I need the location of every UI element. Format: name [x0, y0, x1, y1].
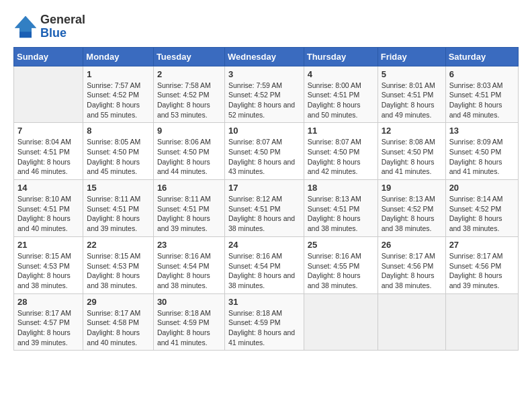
day-info: Sunrise: 7:58 AM Sunset: 4:52 PM Dayligh…: [157, 81, 221, 120]
sunset: Sunset: 4:51 PM: [449, 90, 515, 100]
day-cell: 20 Sunrise: 8:14 AM Sunset: 4:52 PM Dayl…: [445, 180, 518, 237]
day-info: Sunrise: 8:17 AM Sunset: 4:56 PM Dayligh…: [449, 251, 515, 291]
day-cell: 12 Sunrise: 8:08 AM Sunset: 4:50 PM Dayl…: [378, 123, 445, 180]
sunrise: Sunrise: 8:16 AM: [228, 251, 300, 261]
day-info: Sunrise: 8:10 AM Sunset: 4:51 PM Dayligh…: [17, 194, 79, 234]
sunset: Sunset: 4:59 PM: [157, 318, 221, 328]
day-cell: 26 Sunrise: 8:17 AM Sunset: 4:56 PM Dayl…: [378, 236, 445, 293]
day-number: 10: [228, 126, 300, 136]
daylight: Daylight: 8 hours and 41 minutes.: [228, 328, 300, 347]
daylight: Daylight: 8 hours and 38 minutes.: [382, 271, 442, 290]
day-number: 6: [449, 69, 515, 79]
day-info: Sunrise: 8:16 AM Sunset: 4:54 PM Dayligh…: [228, 251, 300, 291]
day-number: 3: [228, 69, 300, 79]
sunset: Sunset: 4:56 PM: [449, 261, 515, 271]
sunrise: Sunrise: 8:03 AM: [449, 81, 515, 91]
day-number: 21: [17, 240, 79, 250]
sunset: Sunset: 4:50 PM: [157, 147, 221, 157]
daylight: Daylight: 8 hours and 38 minutes.: [382, 214, 442, 233]
logo-icon: [13, 15, 38, 39]
sunset: Sunset: 4:50 PM: [87, 147, 150, 157]
daylight: Daylight: 8 hours and 40 minutes.: [87, 328, 150, 347]
sunrise: Sunrise: 8:00 AM: [308, 81, 374, 91]
week-row-5: 28 Sunrise: 8:17 AM Sunset: 4:57 PM Dayl…: [14, 293, 519, 351]
sunset: Sunset: 4:52 PM: [228, 90, 300, 100]
sunrise: Sunrise: 8:17 AM: [17, 308, 79, 318]
logo: General Blue: [13, 13, 85, 40]
day-number: 8: [87, 126, 150, 136]
day-cell: 21 Sunrise: 8:15 AM Sunset: 4:53 PM Dayl…: [14, 236, 83, 293]
day-cell: 6 Sunrise: 8:03 AM Sunset: 4:51 PM Dayli…: [445, 66, 518, 123]
day-cell: 7 Sunrise: 8:04 AM Sunset: 4:51 PM Dayli…: [14, 123, 83, 180]
daylight: Daylight: 8 hours and 39 minutes.: [87, 214, 150, 233]
sunrise: Sunrise: 8:07 AM: [308, 137, 374, 147]
day-info: Sunrise: 8:03 AM Sunset: 4:51 PM Dayligh…: [449, 81, 515, 120]
sunset: Sunset: 4:51 PM: [17, 147, 79, 157]
sunrise: Sunrise: 8:16 AM: [308, 251, 374, 261]
sunset: Sunset: 4:51 PM: [157, 204, 221, 214]
day-info: Sunrise: 8:16 AM Sunset: 4:55 PM Dayligh…: [308, 251, 374, 291]
sunrise: Sunrise: 8:12 AM: [228, 194, 300, 204]
sunrise: Sunrise: 8:07 AM: [228, 137, 300, 147]
daylight: Daylight: 8 hours and 46 minutes.: [17, 157, 79, 177]
daylight: Daylight: 8 hours and 42 minutes.: [308, 157, 374, 177]
day-info: Sunrise: 8:09 AM Sunset: 4:50 PM Dayligh…: [449, 137, 515, 177]
day-number: 1: [87, 69, 150, 79]
sunset: Sunset: 4:52 PM: [87, 90, 150, 100]
sunset: Sunset: 4:53 PM: [17, 261, 79, 271]
sunset: Sunset: 4:51 PM: [382, 90, 442, 100]
day-number: 15: [87, 183, 150, 193]
day-info: Sunrise: 7:57 AM Sunset: 4:52 PM Dayligh…: [87, 81, 150, 120]
day-cell: 16 Sunrise: 8:11 AM Sunset: 4:51 PM Dayl…: [153, 180, 224, 237]
day-number: 17: [228, 183, 300, 193]
daylight: Daylight: 8 hours and 38 minutes.: [308, 271, 374, 290]
day-number: 12: [382, 126, 442, 136]
sunrise: Sunrise: 8:08 AM: [382, 137, 442, 147]
day-number: 22: [87, 240, 150, 250]
sunset: Sunset: 4:52 PM: [157, 90, 221, 100]
daylight: Daylight: 8 hours and 41 minutes.: [382, 157, 442, 177]
header-row: SundayMondayTuesdayWednesdayThursdayFrid…: [14, 47, 519, 66]
day-header-wednesday: Wednesday: [224, 47, 304, 66]
daylight: Daylight: 8 hours and 48 minutes.: [449, 100, 515, 120]
day-cell: 3 Sunrise: 7:59 AM Sunset: 4:52 PM Dayli…: [224, 66, 304, 123]
daylight: Daylight: 8 hours and 38 minutes.: [308, 214, 374, 233]
day-header-sunday: Sunday: [14, 47, 83, 66]
sunset: Sunset: 4:56 PM: [382, 261, 442, 271]
sunrise: Sunrise: 8:10 AM: [17, 194, 79, 204]
day-info: Sunrise: 8:07 AM Sunset: 4:50 PM Dayligh…: [308, 137, 374, 177]
week-row-3: 14 Sunrise: 8:10 AM Sunset: 4:51 PM Dayl…: [14, 180, 519, 237]
day-info: Sunrise: 7:59 AM Sunset: 4:52 PM Dayligh…: [228, 81, 300, 120]
daylight: Daylight: 8 hours and 38 minutes.: [449, 214, 515, 233]
sunrise: Sunrise: 8:05 AM: [87, 137, 150, 147]
day-number: 16: [157, 183, 221, 193]
sunrise: Sunrise: 8:13 AM: [308, 194, 374, 204]
day-info: Sunrise: 8:00 AM Sunset: 4:51 PM Dayligh…: [308, 81, 374, 120]
daylight: Daylight: 8 hours and 53 minutes.: [157, 100, 221, 120]
day-cell: 2 Sunrise: 7:58 AM Sunset: 4:52 PM Dayli…: [153, 66, 224, 123]
sunset: Sunset: 4:52 PM: [449, 204, 515, 214]
day-number: 20: [449, 183, 515, 193]
day-info: Sunrise: 8:13 AM Sunset: 4:52 PM Dayligh…: [382, 194, 442, 234]
daylight: Daylight: 8 hours and 38 minutes.: [228, 271, 300, 290]
sunset: Sunset: 4:58 PM: [87, 318, 150, 328]
day-cell: [378, 293, 445, 351]
day-cell: 19 Sunrise: 8:13 AM Sunset: 4:52 PM Dayl…: [378, 180, 445, 237]
svg-marker-1: [15, 16, 36, 32]
sunset: Sunset: 4:59 PM: [228, 318, 300, 328]
sunset: Sunset: 4:51 PM: [308, 90, 374, 100]
day-info: Sunrise: 8:06 AM Sunset: 4:50 PM Dayligh…: [157, 137, 221, 177]
sunrise: Sunrise: 7:59 AM: [228, 81, 300, 91]
day-info: Sunrise: 8:17 AM Sunset: 4:58 PM Dayligh…: [87, 308, 150, 348]
day-cell: 10 Sunrise: 8:07 AM Sunset: 4:50 PM Dayl…: [224, 123, 304, 180]
day-header-saturday: Saturday: [445, 47, 518, 66]
day-cell: 23 Sunrise: 8:16 AM Sunset: 4:54 PM Dayl…: [153, 236, 224, 293]
daylight: Daylight: 8 hours and 39 minutes.: [157, 214, 221, 233]
day-cell: [304, 293, 378, 351]
sunrise: Sunrise: 8:01 AM: [382, 81, 442, 91]
day-info: Sunrise: 8:16 AM Sunset: 4:54 PM Dayligh…: [157, 251, 221, 291]
day-info: Sunrise: 8:05 AM Sunset: 4:50 PM Dayligh…: [87, 137, 150, 177]
day-info: Sunrise: 8:15 AM Sunset: 4:53 PM Dayligh…: [17, 251, 79, 291]
day-cell: 1 Sunrise: 7:57 AM Sunset: 4:52 PM Dayli…: [83, 66, 154, 123]
day-info: Sunrise: 8:12 AM Sunset: 4:51 PM Dayligh…: [228, 194, 300, 234]
